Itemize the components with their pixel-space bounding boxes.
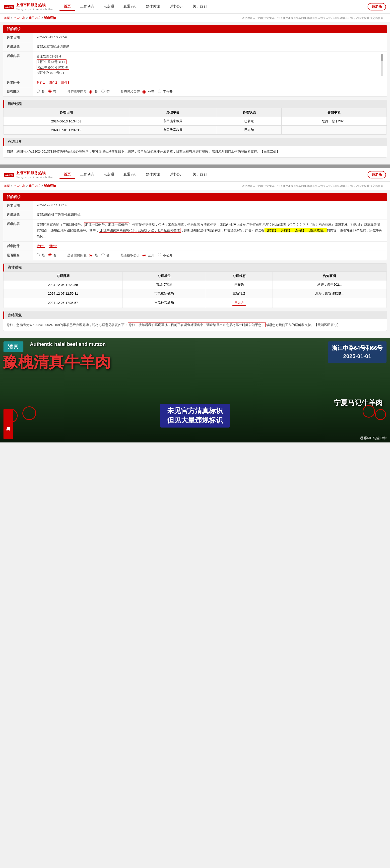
- nav-990-2[interactable]: 直通990: [119, 171, 141, 179]
- anon-group-2: 是 否: [37, 253, 56, 257]
- date-row-2: 诉求日期 2024-12-06 11:17:14: [3, 201, 387, 210]
- proc-unit-2-3: 市民族宗教局: [123, 298, 206, 308]
- nav-media-2[interactable]: 媒体关注: [142, 171, 164, 179]
- nav-media[interactable]: 媒体关注: [142, 3, 164, 11]
- public-yes-dot: [143, 90, 146, 94]
- breadcrumb-center-2[interactable]: 个人中心: [13, 184, 25, 188]
- proc-row-2-1: 2024-12-06 11:23:58 市场监管局 已转送 您好，您于202..…: [3, 280, 387, 289]
- proc-date-2-1: 2024-12-06 11:23:58: [3, 280, 123, 289]
- content-line-4: 浙江中路70-1号CH: [37, 70, 380, 76]
- circle-annotation-3: [363, 405, 375, 417]
- right-annotation: 浙江中路64号和66号 2025-01-01: [328, 341, 387, 363]
- proc-header-date-2: 办理日期: [3, 272, 123, 280]
- attach-3[interactable]: 附件3: [61, 81, 69, 84]
- breadcrumb-center[interactable]: 个人中心: [13, 16, 25, 20]
- date-value-2: 2024-12-06 11:17:14: [33, 201, 387, 210]
- anon-yes-dot-2: [37, 253, 40, 256]
- anon-group: 是 否: [37, 90, 56, 94]
- circle-annotation-2: [22, 406, 36, 420]
- title-row-1: 诉求标题 黄浦21家商铺标识违规: [3, 42, 387, 52]
- attach-2-2[interactable]: 附件2: [49, 244, 57, 248]
- nav-home-2[interactable]: 首页: [59, 171, 75, 179]
- breadcrumb-home-2[interactable]: 首页: [4, 184, 10, 188]
- proc-date-2-2: 2024-12-07 12:59:31: [3, 289, 123, 298]
- nav-dotdot-2[interactable]: 点点通: [99, 171, 119, 179]
- highlight-text-law3: 【宗教】: [292, 228, 306, 232]
- logo-text: 上海市民服务热线 Shanghai public service hotline: [16, 2, 54, 11]
- nav-work[interactable]: 工作动态: [76, 3, 99, 11]
- anon-yes-label: 是: [41, 90, 45, 94]
- nav-about-2[interactable]: 关于我们: [188, 171, 211, 179]
- proc-status-1-2: 已办结: [217, 126, 282, 134]
- scrollbar[interactable]: [381, 54, 383, 76]
- options-row-2: 是否匿名 是 否: [3, 251, 387, 260]
- nav-990[interactable]: 直通990: [119, 3, 141, 11]
- proc-header-date-1: 办理日期: [3, 108, 129, 117]
- complaint-card-1: 我的诉求 诉求日期 2024-06-13 10:22:59 诉求标题 黄浦21家…: [3, 25, 387, 97]
- english-sign: Authentic halal beef and mutton: [30, 341, 106, 347]
- reply-opt-label-2: 是否需要回复: [67, 253, 87, 257]
- reply-yes-label: 是: [95, 90, 98, 94]
- nav-work-2[interactable]: 工作动态: [76, 171, 99, 179]
- proc-row-2-3: 2024-12-26 17:35:57 市民族宗教局 已办结: [3, 298, 387, 308]
- public-yes-dot-2: [143, 254, 146, 257]
- proc-notice-1-2: [281, 126, 387, 134]
- halal-icon-sign: 清真: [3, 341, 23, 352]
- highlight-addr-2b: 浙江中路两家商铺6月13日已经投诉过，但未见任何整改: [99, 228, 181, 233]
- attach-row-1: 诉求附件 附件1 附件2 附件3: [3, 78, 387, 87]
- proc-status-2-1: 已转送: [206, 280, 272, 289]
- proc-unit-1-1: 市民族宗教局: [129, 117, 217, 126]
- attach-label-2: 诉求附件: [3, 242, 33, 251]
- attach-2[interactable]: 附件2: [49, 81, 57, 84]
- elder-button[interactable]: 适老版: [368, 3, 386, 10]
- options-row-1: 是否匿名 是 否: [3, 87, 387, 97]
- elder-button-2[interactable]: 适老版: [368, 171, 386, 179]
- proc-date-1-1: 2024-06-13 10:34:58: [3, 117, 129, 126]
- nav-links: 首页 工作动态 点点通 直通990 媒体关注 诉求公开 关于我们: [59, 3, 368, 11]
- proc-row-1-1: 2024-06-13 10:34:58 市民族宗教局 已转送 您好，您于202.…: [3, 117, 387, 126]
- breadcrumb-complaints-2[interactable]: 我的诉求: [29, 184, 40, 188]
- navbar-2: 12345 上海市民服务热线 Shanghai public service h…: [0, 168, 390, 182]
- proc-notice-2-3: [272, 298, 387, 308]
- nav-home[interactable]: 首页: [59, 3, 75, 11]
- reply-no-dot-2: [101, 253, 104, 256]
- attach-2-1[interactable]: 附件1: [37, 244, 45, 248]
- reply-no-label: 否: [106, 90, 110, 94]
- attach-label-1: 诉求附件: [3, 78, 33, 87]
- nav-dotdot[interactable]: 点点通: [99, 3, 119, 11]
- title-row-2: 诉求标题 黄浦3家肉铺广告宣传标识违规: [3, 210, 387, 219]
- anon-yes-radio: 是: [37, 90, 45, 94]
- content-row-1: 诉求内容 新永安路52号BH 浙江中路64号BEHI 浙江中路66号BCDHI …: [3, 52, 387, 78]
- reply-no-wrap-2: 否: [101, 253, 110, 257]
- attach-1[interactable]: 附件1: [37, 81, 45, 84]
- nav-appeal-2[interactable]: 诉求公开: [165, 171, 188, 179]
- page-section-2: 我的诉求 诉求日期 2024-12-06 11:17:14 诉求标题 黄浦3家肉…: [0, 190, 390, 338]
- reply-yes-dot: [89, 90, 92, 94]
- breadcrumb-home[interactable]: 首页: [4, 16, 10, 20]
- breadcrumb-complaints[interactable]: 我的诉求: [29, 16, 40, 20]
- complaint-card-2: 我的诉求 诉求日期 2024-12-06 11:17:14 诉求标题 黄浦3家肉…: [3, 193, 387, 260]
- highlighted-address-2: 浙江中路66号BCDHI: [37, 65, 69, 70]
- nav-about[interactable]: 关于我们: [188, 3, 211, 11]
- anon-no-radio: 否: [48, 90, 57, 94]
- anon-no-radio-2: 否: [48, 253, 57, 257]
- public-no-wrap-2: 不公开: [158, 253, 173, 257]
- circle-annotation-4: [375, 409, 386, 420]
- proc-unit-1-2: 市民族宗教局: [129, 126, 217, 134]
- reply-highlight: 您好，接单后我们高度重视，目前正在调查处理当中，调查结果出来之后将第一时间告知于…: [128, 322, 266, 327]
- proc-status-2-3: 已办结: [206, 298, 272, 308]
- screenshot-divider: [0, 164, 390, 168]
- content-line-2: 浙江中路64号BEHI: [37, 59, 380, 65]
- proc-header-notice-2: 告知事项: [272, 272, 387, 280]
- process-title-1: 流转过程: [3, 100, 387, 108]
- photo-background: 清真 Authentic halal beef and mutton 豫槐清真牛…: [0, 338, 390, 442]
- content-label-1: 诉求内容: [3, 52, 33, 78]
- breadcrumb-current-2: 诉求详情: [44, 184, 56, 188]
- proc-row-2-2: 2024-12-07 12:59:31 市民族宗教局 重新转送 您好，因管辖权限…: [3, 289, 387, 298]
- main-sign-chinese: 豫槐清真牛羊肉: [2, 352, 111, 373]
- content-value-2: 黄浦区三家肉铺（广东路545号、浙江中路64号、浙江中路66号）告宣传标识违规，…: [33, 219, 387, 241]
- nav-appeal[interactable]: 诉求公开: [165, 3, 188, 11]
- anon-no-label: 否: [53, 90, 56, 94]
- options-group-2: 是 否 是否需要回复 是: [37, 253, 383, 257]
- highlighted-address-1: 浙江中路64号BEHI: [37, 60, 66, 64]
